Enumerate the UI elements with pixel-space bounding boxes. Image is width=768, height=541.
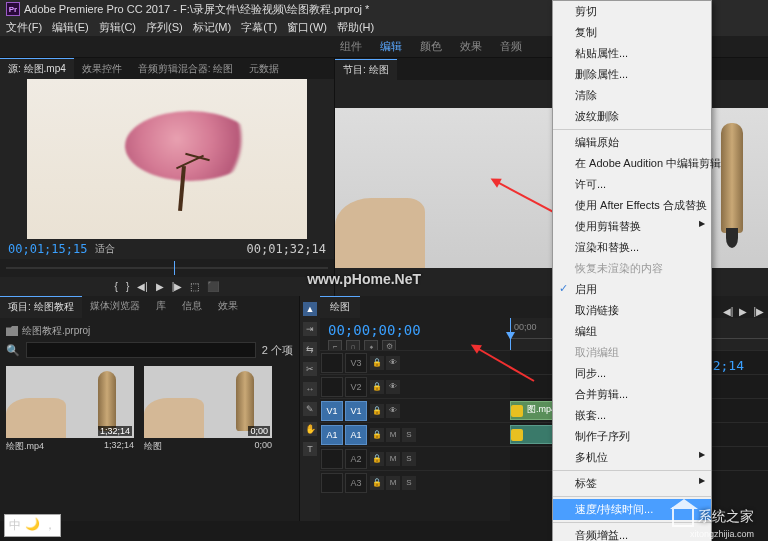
timeline-tab[interactable]: 绘图: [320, 296, 360, 318]
source-zoom-fit[interactable]: 适合: [95, 242, 115, 256]
ctx-item[interactable]: 嵌套...: [553, 405, 711, 426]
track-select-tool-icon[interactable]: ⇥: [303, 322, 317, 336]
source-monitor[interactable]: [0, 79, 334, 239]
mark-out-icon[interactable]: }: [126, 281, 129, 292]
bin-item[interactable]: 0;00 绘图0;00: [144, 366, 272, 453]
track-v2-target[interactable]: [321, 377, 343, 397]
track-v2[interactable]: V2: [345, 377, 367, 397]
step-fwd-icon[interactable]: |▶: [172, 281, 183, 292]
source-playhead[interactable]: [174, 261, 175, 275]
ctx-item[interactable]: 渲染和替换...: [553, 237, 711, 258]
src-a1[interactable]: A1: [321, 425, 343, 445]
menu-window[interactable]: 窗口(W): [287, 20, 327, 35]
ctx-item[interactable]: 清除: [553, 85, 711, 106]
ctx-item[interactable]: 剪切: [553, 1, 711, 22]
ime-comma-icon[interactable]: ，: [44, 517, 56, 534]
timeline-tc[interactable]: 00;00;00;00: [328, 322, 502, 338]
ctx-item[interactable]: 粘贴属性...: [553, 43, 711, 64]
tab-info[interactable]: 信息: [174, 296, 210, 318]
pen-tool-icon[interactable]: ✎: [303, 402, 317, 416]
track-v1[interactable]: V1: [345, 401, 367, 421]
slip-tool-icon[interactable]: ↔: [303, 382, 317, 396]
track-a3[interactable]: A3: [345, 473, 367, 493]
tab-project[interactable]: 项目: 绘图教程: [0, 296, 82, 318]
ws-tab-effects[interactable]: 效果: [460, 39, 482, 54]
item-count: 2 个项: [262, 343, 293, 358]
ctx-item[interactable]: 启用: [553, 279, 711, 300]
tool-strip: ▲ ⇥ ⇆ ✂ ↔ ✎ ✋ T: [300, 296, 320, 521]
menu-clip[interactable]: 剪辑(C): [99, 20, 136, 35]
source-scrubber[interactable]: [0, 259, 334, 277]
ctx-item[interactable]: 在 Adobe Audition 中编辑剪辑: [553, 153, 711, 174]
ctx-item[interactable]: 制作子序列: [553, 426, 711, 447]
selection-tool-icon[interactable]: ▲: [303, 302, 317, 316]
ws-tab-edit[interactable]: 编辑: [380, 39, 402, 54]
eye-icon[interactable]: 👁: [386, 356, 400, 370]
ws-tab-color[interactable]: 颜色: [420, 39, 442, 54]
solo-icon[interactable]: S: [402, 428, 416, 442]
tab-media-browser[interactable]: 媒体浏览器: [82, 296, 148, 318]
ctx-item[interactable]: 编组: [553, 321, 711, 342]
menu-title[interactable]: 字幕(T): [241, 20, 277, 35]
ctx-item[interactable]: 同步...: [553, 363, 711, 384]
track-a2[interactable]: A2: [345, 449, 367, 469]
ripple-tool-icon[interactable]: ⇆: [303, 342, 317, 356]
tab-library[interactable]: 库: [148, 296, 174, 318]
search-input[interactable]: [26, 342, 256, 358]
type-tool-icon[interactable]: T: [303, 442, 317, 456]
menu-sequence[interactable]: 序列(S): [146, 20, 183, 35]
ctx-item[interactable]: 使用 After Effects 合成替换: [553, 195, 711, 216]
tab-audio-mixer[interactable]: 音频剪辑混合器: 绘图: [130, 59, 242, 79]
ctx-item[interactable]: 许可...: [553, 174, 711, 195]
hand-tool-icon[interactable]: ✋: [303, 422, 317, 436]
mark-in-icon[interactable]: {: [115, 281, 118, 292]
ctx-item[interactable]: 波纹删除: [553, 106, 711, 127]
menu-edit[interactable]: 编辑(E): [52, 20, 89, 35]
search-icon[interactable]: 🔍: [6, 344, 20, 357]
ctx-item[interactable]: 取消链接: [553, 300, 711, 321]
insert-icon[interactable]: ⬚: [190, 281, 199, 292]
tab-effect-controls[interactable]: 效果控件: [74, 59, 130, 79]
ctx-item[interactable]: 使用剪辑替换: [553, 216, 711, 237]
menu-marker[interactable]: 标记(M): [193, 20, 232, 35]
play-icon[interactable]: ▶: [156, 281, 164, 292]
tab-effects-panel[interactable]: 效果: [210, 296, 246, 318]
ime-status[interactable]: 中 🌙 ，: [4, 514, 61, 537]
step-back-icon[interactable]: ◀|: [137, 281, 148, 292]
tab-program[interactable]: 节目: 绘图: [335, 59, 397, 80]
folder-icon: [6, 326, 18, 336]
overwrite-icon[interactable]: ⬛: [207, 281, 219, 292]
source-video-frame: [27, 79, 307, 239]
tab-metadata[interactable]: 元数据: [241, 59, 287, 79]
source-transport: { } ◀| ▶ |▶ ⬚ ⬛: [0, 277, 334, 297]
menu-file[interactable]: 文件(F): [6, 20, 42, 35]
ime-moon-icon[interactable]: 🌙: [25, 517, 40, 534]
bin-item[interactable]: 1;32;14 绘图.mp41;32;14: [6, 366, 134, 453]
ime-cn-icon[interactable]: 中: [9, 517, 21, 534]
src-v1[interactable]: V1: [321, 401, 343, 421]
ctx-item[interactable]: 删除属性...: [553, 64, 711, 85]
source-tc-current[interactable]: 00;01;15;15: [8, 242, 87, 256]
ctx-item[interactable]: 音频增益...: [553, 525, 711, 541]
razor-tool-icon[interactable]: ✂: [303, 362, 317, 376]
step-fwd-icon[interactable]: |▶: [753, 306, 764, 317]
ctx-item[interactable]: 多机位: [553, 447, 711, 468]
step-back-icon[interactable]: ◀|: [723, 306, 734, 317]
ws-tab-assembly[interactable]: 组件: [340, 39, 362, 54]
tab-source[interactable]: 源: 绘图.mp4: [0, 58, 74, 79]
project-filename: 绘图教程.prproj: [22, 324, 90, 338]
ws-tab-audio[interactable]: 音频: [500, 39, 522, 54]
ctx-item[interactable]: 复制: [553, 22, 711, 43]
ctx-item[interactable]: 标签: [553, 473, 711, 494]
ctx-item[interactable]: 合并剪辑...: [553, 384, 711, 405]
menu-help[interactable]: 帮助(H): [337, 20, 374, 35]
fx-warn-icon: [511, 405, 523, 417]
program-transport: ◀| ▶ |▶: [723, 306, 764, 317]
ctx-item[interactable]: 编辑原始: [553, 132, 711, 153]
mute-icon[interactable]: M: [386, 428, 400, 442]
track-v3-target[interactable]: [321, 353, 343, 373]
play-icon[interactable]: ▶: [739, 306, 747, 317]
lock-icon[interactable]: 🔒: [370, 356, 384, 370]
track-v3[interactable]: V3: [345, 353, 367, 373]
track-a1[interactable]: A1: [345, 425, 367, 445]
